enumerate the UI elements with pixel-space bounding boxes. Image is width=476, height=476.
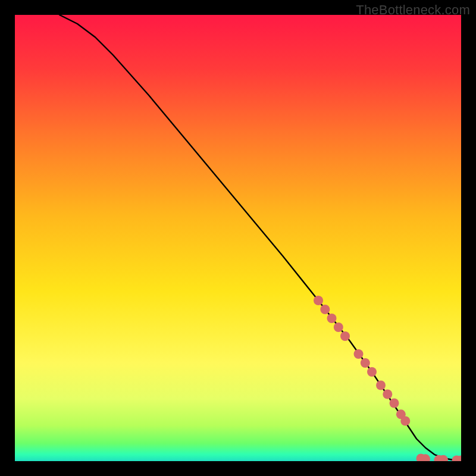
highlight-dot xyxy=(354,349,364,359)
highlight-dot xyxy=(376,381,386,390)
highlight-dot xyxy=(400,416,410,426)
plot-svg xyxy=(15,15,461,461)
highlight-dot xyxy=(367,367,377,377)
chart-frame: TheBottleneck.com xyxy=(0,0,476,476)
highlight-dot xyxy=(327,314,337,323)
watermark-label: TheBottleneck.com xyxy=(356,2,470,18)
highlight-dot xyxy=(314,296,323,305)
highlight-dot xyxy=(334,322,343,332)
plot-area xyxy=(15,15,461,461)
highlight-dot xyxy=(361,358,370,368)
highlight-dot xyxy=(390,399,399,408)
highlight-dot xyxy=(383,390,392,399)
highlight-dot xyxy=(320,305,330,314)
gradient-background xyxy=(15,15,461,461)
highlight-dot xyxy=(340,331,350,341)
